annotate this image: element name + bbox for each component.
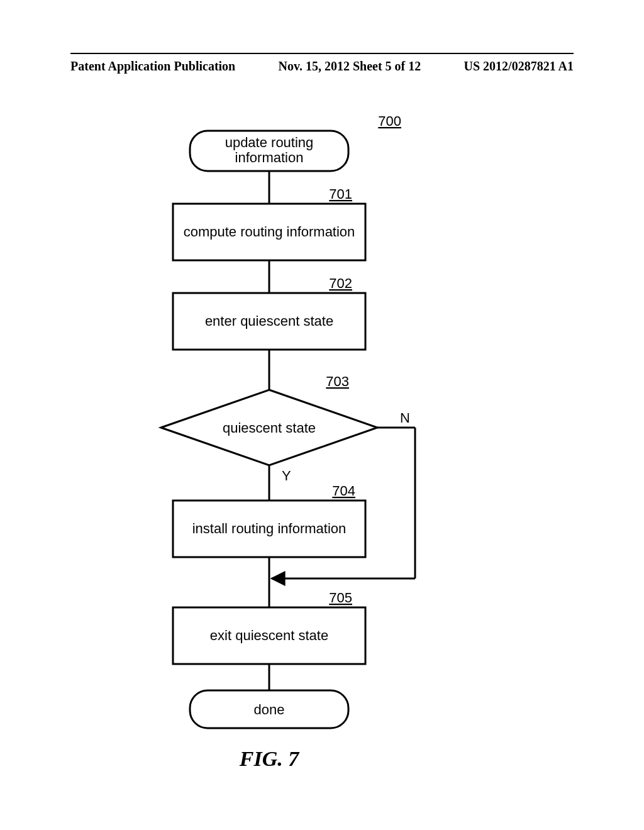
process-705-label: exit quiescent state: [210, 628, 328, 643]
done-label: done: [254, 702, 285, 717]
start-line2: information: [235, 150, 304, 165]
branch-yes-label: Y: [282, 468, 291, 484]
start-line1: update routing: [225, 135, 314, 150]
flowchart: 700 update routing information 701 compu…: [0, 0, 644, 830]
process-701-label: compute routing information: [184, 224, 355, 240]
figure-caption: FIG. 7: [239, 747, 300, 770]
branch-no-label: N: [400, 410, 410, 426]
ref-702: 702: [329, 275, 352, 291]
ref-701: 701: [329, 186, 352, 202]
ref-704: 704: [332, 483, 355, 499]
page: Patent Application Publication Nov. 15, …: [0, 0, 644, 830]
decision-703-label: quiescent state: [223, 420, 316, 436]
process-704-label: install routing information: [192, 521, 347, 536]
process-702-label: enter quiescent state: [205, 313, 333, 329]
ref-705: 705: [329, 590, 352, 606]
ref-700: 700: [378, 113, 401, 129]
ref-703: 703: [326, 374, 349, 389]
